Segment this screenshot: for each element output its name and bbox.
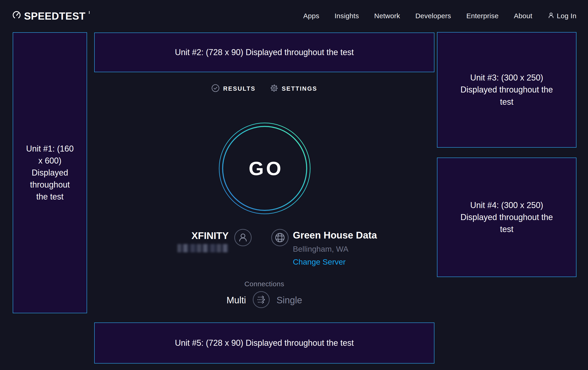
ad-unit-2-leaderboard: Unit #2: (728 x 90) Displayed throughout… bbox=[94, 32, 434, 72]
go-button-label: GO bbox=[219, 122, 311, 215]
tab-results-label: RESULTS bbox=[223, 85, 255, 92]
main-navigation: Apps Insights Network Developers Enterpr… bbox=[303, 12, 577, 20]
login-label: Log In bbox=[557, 12, 577, 20]
connections-section-label: Connections bbox=[94, 280, 434, 288]
check-circle-icon bbox=[211, 84, 220, 93]
speedtest-logo[interactable]: SPEEDTEST bbox=[12, 11, 90, 21]
tab-settings-label: SETTINGS bbox=[282, 85, 317, 92]
connection-mode-toggle: Multi Single bbox=[94, 291, 434, 309]
tab-settings[interactable]: SETTINGS bbox=[270, 84, 317, 93]
results-settings-tabs: RESULTS SETTINGS bbox=[94, 84, 434, 93]
nav-item-apps[interactable]: Apps bbox=[303, 12, 319, 20]
speedtest-page: SPEEDTEST Apps Insights Network Develope… bbox=[0, 0, 588, 370]
isp-user-icon bbox=[234, 229, 252, 247]
ad-unit-3-text: Unit #3: (300 x 250) Displayed throughou… bbox=[455, 72, 558, 108]
server-name: Green House Data bbox=[293, 230, 377, 241]
ad-unit-4-text: Unit #4: (300 x 250) Displayed throughou… bbox=[455, 199, 558, 236]
speedometer-gauge-icon bbox=[12, 11, 21, 20]
registered-mark bbox=[89, 11, 90, 14]
nav-item-network[interactable]: Network bbox=[374, 12, 400, 20]
login-button[interactable]: Log In bbox=[547, 12, 577, 20]
connection-mode-multi[interactable]: Multi bbox=[227, 295, 246, 305]
nav-item-enterprise[interactable]: Enterprise bbox=[466, 12, 499, 20]
connection-mode-single[interactable]: Single bbox=[276, 295, 302, 305]
ad-unit-5-leaderboard: Unit #5: (728 x 90) Displayed throughout… bbox=[94, 322, 434, 364]
go-button[interactable]: GO bbox=[219, 122, 311, 215]
nav-item-about[interactable]: About bbox=[514, 12, 532, 20]
user-icon bbox=[547, 12, 555, 20]
top-nav-bar: SPEEDTEST Apps Insights Network Develope… bbox=[0, 0, 588, 32]
change-server-link[interactable]: Change Server bbox=[293, 257, 346, 266]
gear-icon bbox=[270, 84, 278, 93]
ip-address-redacted bbox=[177, 244, 229, 252]
logo-wordmark: SPEEDTEST bbox=[24, 11, 85, 21]
tab-results[interactable]: RESULTS bbox=[211, 84, 255, 93]
server-location: Bellingham, WA bbox=[293, 245, 348, 253]
ad-unit-1-skyscraper: Unit #1: (160 x 600) Displayed throughou… bbox=[13, 32, 87, 313]
ad-unit-3-rectangle: Unit #3: (300 x 250) Displayed throughou… bbox=[437, 32, 577, 148]
nav-item-insights[interactable]: Insights bbox=[335, 12, 359, 20]
nav-item-developers[interactable]: Developers bbox=[415, 12, 451, 20]
isp-name: XFINITY bbox=[138, 230, 229, 241]
server-globe-icon bbox=[271, 229, 289, 247]
ad-unit-2-text: Unit #2: (728 x 90) Displayed throughout… bbox=[175, 46, 354, 58]
ad-unit-5-text: Unit #5: (728 x 90) Displayed throughout… bbox=[175, 337, 354, 349]
ad-unit-1-text: Unit #1: (160 x 600) Displayed throughou… bbox=[25, 143, 75, 203]
ad-unit-4-rectangle: Unit #4: (300 x 250) Displayed throughou… bbox=[437, 158, 577, 277]
multi-connection-arrows-icon[interactable] bbox=[252, 291, 270, 309]
